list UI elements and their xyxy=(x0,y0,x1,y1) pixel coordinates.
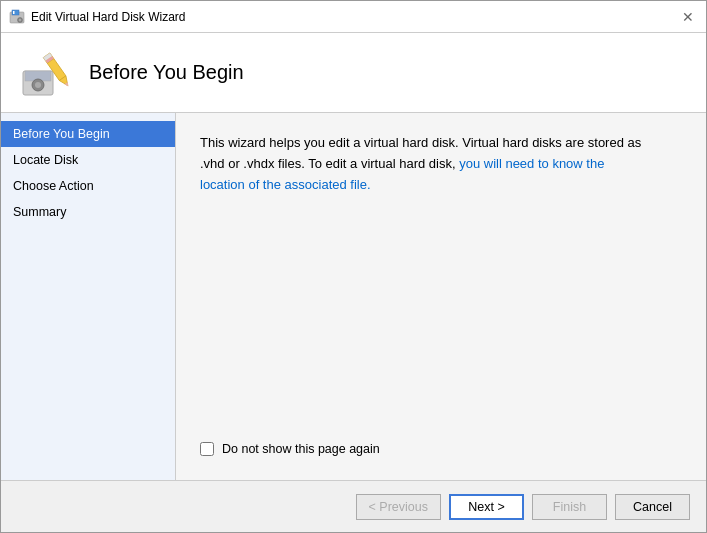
sidebar-item-summary[interactable]: Summary xyxy=(1,199,175,225)
title-bar-title: Edit Virtual Hard Disk Wizard xyxy=(31,10,678,24)
previous-button[interactable]: < Previous xyxy=(356,494,441,520)
checkbox-label[interactable]: Do not show this page again xyxy=(222,442,380,456)
checkbox-area: Do not show this page again xyxy=(200,442,682,456)
header-title: Before You Begin xyxy=(89,61,244,84)
svg-rect-2 xyxy=(13,11,15,14)
sidebar-item-choose-action[interactable]: Choose Action xyxy=(1,173,175,199)
header-icon xyxy=(21,47,73,99)
title-bar: Edit Virtual Hard Disk Wizard ✕ xyxy=(1,1,706,33)
svg-point-4 xyxy=(19,18,21,20)
svg-point-8 xyxy=(35,82,41,88)
sidebar-item-before-you-begin[interactable]: Before You Begin xyxy=(1,121,175,147)
sidebar: Before You Begin Locate Disk Choose Acti… xyxy=(1,113,176,480)
main-content: This wizard helps you edit a virtual har… xyxy=(176,113,706,480)
content-area: Before You Begin Locate Disk Choose Acti… xyxy=(1,113,706,480)
next-button[interactable]: Next > xyxy=(449,494,524,520)
finish-button[interactable]: Finish xyxy=(532,494,607,520)
wizard-window: Edit Virtual Hard Disk Wizard ✕ xyxy=(0,0,707,533)
title-bar-icon xyxy=(9,9,25,25)
footer: < Previous Next > Finish Cancel xyxy=(1,480,706,532)
cancel-button[interactable]: Cancel xyxy=(615,494,690,520)
description-text: This wizard helps you edit a virtual har… xyxy=(200,133,650,195)
close-button[interactable]: ✕ xyxy=(678,7,698,27)
sidebar-item-locate-disk[interactable]: Locate Disk xyxy=(1,147,175,173)
wizard-header: Before You Begin xyxy=(1,33,706,113)
do-not-show-checkbox[interactable] xyxy=(200,442,214,456)
